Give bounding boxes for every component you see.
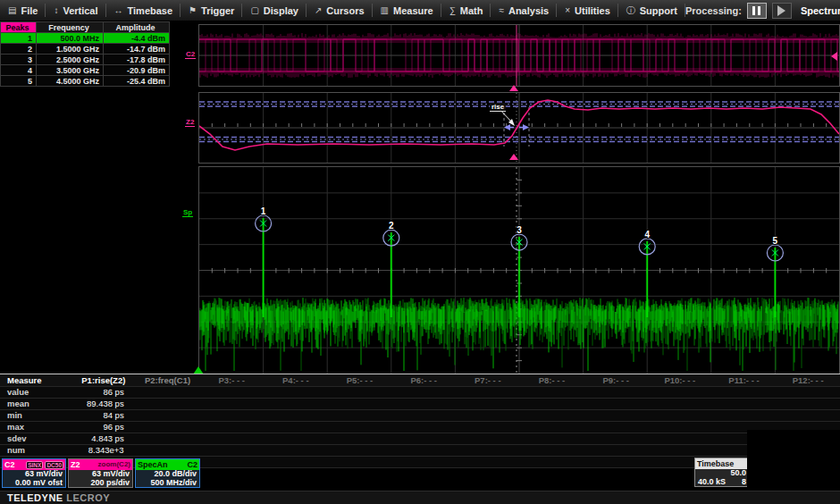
spectrum-panel[interactable]: 12345 [198,166,840,374]
measure-col-p11[interactable]: P11:- - - [712,374,777,386]
vertical-arrows-icon: ↕ [54,5,58,15]
p1-value: 86 ps [71,387,136,398]
menu-vertical[interactable]: ↕Vertical [46,0,105,21]
peak-row-2[interactable]: 21.5000 GHz-14.7 dBm [1,44,170,55]
menu-measure-label: Measure [393,5,433,16]
measure-col-p4[interactable]: P4:- - - [264,374,328,386]
trigger-position-marker-bottom[interactable] [509,154,518,160]
pause-icon [752,6,755,15]
peak-row-4[interactable]: 43.5000 GHz-20.9 dBm [1,65,170,76]
c2-eye-pattern-trace [199,25,839,86]
measure-table: Measure P1:rise(Z2) P2:freq(C1) P3:- - -… [0,374,840,468]
p1-sdev: 4.843 ps [71,433,136,444]
timebase-samples: 40.0 kS [698,478,726,487]
chart-icon: ≈ [499,5,504,15]
measure-row-min: min 84 ps [0,410,840,422]
menu-utilities[interactable]: ×Utilities [557,0,618,21]
measure-col-p12[interactable]: P12:- - - [776,374,840,386]
menu-math[interactable]: ∑Math [441,0,491,21]
c2-offset: 0.00 mV ofst [5,479,63,488]
peak-row-3[interactable]: 32.5000 GHz-17.8 dBm [1,55,170,65]
info-icon: ⓘ [626,4,635,17]
z2-rise-edge-trace [199,93,839,163]
c2-waveform-panel[interactable] [198,24,840,87]
horizontal-arrows-icon: ↔ [114,5,123,15]
peak-row-5[interactable]: 54.5000 GHz-25.4 dBm [1,76,170,87]
measure-row-mean: mean 89.438 ps [0,399,840,410]
p1-max: 96 ps [71,422,136,433]
peaks-header: Peaks [1,22,37,33]
measure-row-sdev: sdev 4.843 ps [0,433,840,445]
measure-row-value: value 86 ps [0,387,840,399]
rise-measurement-tag: rise [490,103,506,112]
measure-col-p9[interactable]: P9:- - - [584,374,648,386]
cursor-arrow-icon: ↗ [315,5,322,15]
peaks-table: Peaks Frequency Amplitude 1500.0 MHz-4.4… [0,21,170,87]
z2-time-per-div: 200 ps/div [71,479,130,488]
dc50-badge: DC50 [45,461,63,469]
svg-text:3: 3 [517,225,522,235]
measure-col-p10[interactable]: P10:- - - [648,374,712,386]
frequency-header: Frequency [37,22,104,33]
tools-icon: × [565,5,570,15]
z2-descriptor-box[interactable]: Z2 zoom(C2) 63 mV/div 200 ps/div [68,458,133,488]
timebase-title: Timebase [697,458,734,469]
measure-col-p3[interactable]: P3:- - - [199,374,264,386]
timebase-sample-rate: 8 [742,478,746,487]
c2-trigger-level-marker[interactable] [831,52,837,61]
trigger-flag-icon: ⚑ [189,5,197,15]
file-icon: ▤ [8,5,16,15]
menu-measure[interactable]: ▥Measure [373,0,441,21]
measure-col-p2[interactable]: P2:freq(C1) [136,374,200,386]
menu-trigger-label: Trigger [201,5,234,16]
menu-analysis[interactable]: ≈Analysis [491,0,557,21]
play-icon [777,5,785,16]
blank-overlay [747,430,840,487]
calculator-icon: ∑ [449,5,456,15]
spectrum-trace: 12345 [199,167,839,374]
menu-timebase-label: Timebase [128,5,173,16]
trigger-position-marker-top[interactable] [509,85,518,91]
specan-descriptor-box[interactable]: SpecAn C2 20.0 dB/div 500 MHz/div [135,458,200,488]
menu-file[interactable]: ▤File [0,0,46,21]
measure-header-row: Measure P1:rise(Z2) P2:freq(C1) P3:- - -… [0,374,840,387]
menubar: ▤File ↕Vertical ↔Timebase ⚑Trigger ▢Disp… [0,0,840,21]
menu-math-label: Math [460,5,483,16]
menu-timebase[interactable]: ↔Timebase [106,0,181,21]
menu-file-label: File [21,5,38,16]
measure-col-p1[interactable]: P1:rise(Z2) [71,374,136,386]
menu-utilities-label: Utilities [575,5,610,16]
menu-vertical-label: Vertical [63,5,97,16]
specan-axis-label: Sp [182,208,193,217]
pause-button[interactable] [747,3,767,19]
p1-num: 8.343e+3 [71,445,136,456]
menu-analysis-label: Analysis [508,5,549,16]
measure-col-p5[interactable]: P5:- - - [328,374,392,386]
menu-support[interactable]: ⓘSupport [618,0,685,21]
p1-mean: 89.438 ps [71,399,136,409]
menu-trigger[interactable]: ⚑Trigger [181,0,242,21]
svg-text:5: 5 [773,236,778,246]
specan-freq-per-div: 500 MHz/div [139,479,197,488]
svg-text:2: 2 [389,221,394,231]
amplitude-header: Amplitude [104,22,170,33]
sinx-badge: SINX [26,461,43,469]
peak-row-1[interactable]: 1500.0 MHz-4.4 dBm [1,33,170,44]
svg-text:4: 4 [644,230,650,239]
measure-title: Measure [0,374,71,386]
measure-col-p7[interactable]: P7:- - - [456,374,520,386]
ruler-icon: ▥ [381,5,389,15]
menu-cursors-label: Cursors [326,5,364,16]
menu-display[interactable]: ▢Display [242,0,307,21]
measure-row-max: max 96 ps [0,422,840,433]
measure-col-p6[interactable]: P6:- - - [391,374,456,386]
z2-descriptor-title: Z2 [71,459,80,470]
menu-cursors[interactable]: ↗Cursors [307,0,373,21]
c2-descriptor-box[interactable]: C2 SINX DC50 63 mV/div 0.00 mV ofst [2,458,66,488]
c2-axis-label: C2 [185,50,196,59]
z2-zoom-panel[interactable] [198,92,840,164]
measure-row-num: num 8.343e+3 [0,445,840,457]
measure-col-p8[interactable]: P8:- - - [520,374,584,386]
play-button[interactable] [772,3,792,19]
footer-bar: TELEDYNE LECROY [0,491,840,504]
